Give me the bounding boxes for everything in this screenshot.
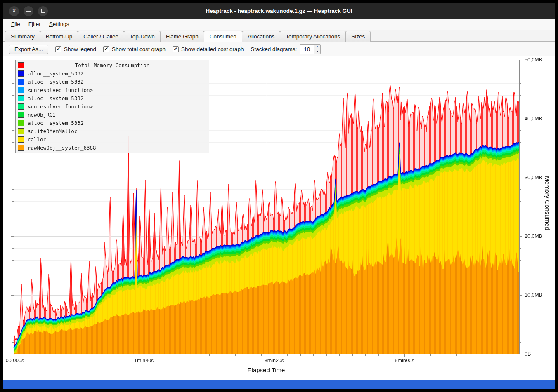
legend-label: calloc [28, 136, 46, 143]
menu-filter[interactable]: Filter [25, 20, 45, 28]
legend-item: alloc__system_5332 [16, 77, 209, 86]
y-axis-title: Memory Consumed [544, 176, 551, 230]
heaptrack-window: ✕ Heaptrack - heaptrack.wakunode.1.gz — … [0, 0, 558, 392]
toolbar: Export As... ✔Show legend✔Show total cos… [3, 42, 555, 56]
legend-item: rawNewObj__system_6388 [16, 143, 209, 152]
bottom-accent-bar [3, 380, 555, 389]
legend-swatch [18, 136, 24, 143]
legend-label: alloc__system_5332 [28, 95, 83, 101]
chevron-up-icon: ▲ [316, 45, 319, 48]
checkbox-label: Show total cost graph [112, 46, 166, 52]
legend-item: newObjRC1 [16, 110, 209, 119]
legend-swatch [18, 79, 24, 85]
legend-label: newObjRC1 [28, 112, 56, 118]
legend-swatch [18, 128, 24, 134]
close-icon: ✕ [12, 8, 16, 14]
tab-bottom-up[interactable]: Bottom-Up [40, 31, 78, 42]
legend-item: alloc__system_5332 [16, 119, 209, 127]
y-tick-label: 40,0MB [525, 116, 542, 122]
legend-swatch [18, 145, 24, 151]
y-tick-label: 20,0MB [525, 233, 542, 239]
checkbox-box[interactable]: ✔ [173, 46, 179, 52]
legend-swatch [18, 112, 24, 118]
window-frame: ✕ Heaptrack - heaptrack.wakunode.1.gz — … [3, 3, 555, 389]
chart-legend: Total Memory Consumptionalloc__system_53… [15, 60, 209, 153]
close-button[interactable]: ✕ [9, 6, 19, 16]
checkbox-label: Show detailed cost graph [181, 46, 244, 52]
legend-item: alloc__system_5332 [16, 94, 209, 102]
tabbar: SummaryBottom-UpCaller / CalleeTop-DownF… [3, 30, 555, 42]
spin-down-button[interactable]: ▼ [314, 49, 320, 54]
tab-sizes[interactable]: Sizes [345, 31, 371, 42]
legend-swatch [18, 62, 24, 68]
legend-item: <unresolved function> [16, 86, 209, 94]
x-tick-label: 3min20s [265, 358, 284, 364]
stacked-diagrams-label: Stacked diagrams: [251, 46, 297, 52]
tab-consumed[interactable]: Consumed [204, 31, 242, 42]
legend-swatch [18, 87, 24, 93]
stacked-diagrams-spinbox: 10 ▲ ▼ [300, 44, 321, 54]
legend-label: <unresolved function> [28, 87, 93, 93]
chart-area: Total Memory Consumptionalloc__system_53… [3, 56, 555, 380]
checkbox-box[interactable]: ✔ [103, 46, 109, 52]
legend-swatch [18, 70, 24, 77]
legend-title: Total Memory Consumption [28, 62, 197, 68]
minimize-icon [26, 11, 31, 12]
legend-title-row: Total Memory Consumption [16, 61, 209, 69]
legend-item: alloc__system_5332 [16, 69, 209, 77]
x-tick-label: 1min40s [134, 358, 154, 364]
legend-label: alloc__system_5332 [28, 79, 83, 85]
legend-item: calloc [16, 135, 209, 143]
chevron-down-icon: ▼ [316, 50, 319, 53]
stacked-diagrams-control: Stacked diagrams: 10 ▲ ▼ [251, 44, 321, 54]
window-title: Heaptrack - heaptrack.wakunode.1.gz — He… [3, 8, 555, 14]
checkbox-group: ✔Show legend✔Show total cost graph✔Show … [55, 46, 244, 52]
legend-label: rawNewObj__system_6388 [28, 145, 96, 151]
spin-up-button[interactable]: ▲ [314, 45, 320, 49]
export-as-button[interactable]: Export As... [9, 45, 48, 54]
x-tick-label: 00.000s [6, 358, 24, 364]
legend-item: <unresolved function> [16, 102, 209, 110]
titlebar: ✕ Heaptrack - heaptrack.wakunode.1.gz — … [3, 3, 555, 19]
checkbox-box[interactable]: ✔ [55, 46, 61, 52]
tab-allocations[interactable]: Allocations [242, 31, 280, 42]
window-controls: ✕ [9, 3, 48, 19]
maximize-icon [41, 9, 45, 13]
tab-temporary-allocations[interactable]: Temporary Allocations [280, 31, 346, 42]
legend-swatch [18, 120, 24, 126]
spin-arrows: ▲ ▼ [314, 45, 320, 54]
legend-swatch [18, 103, 24, 110]
tab-flame-graph[interactable]: Flame Graph [160, 31, 204, 42]
tab-caller-callee[interactable]: Caller / Callee [78, 31, 124, 42]
maximize-button[interactable] [38, 6, 48, 16]
y-tick-label: 30,0MB [525, 175, 542, 181]
checkbox-show-legend[interactable]: ✔Show legend [55, 46, 96, 52]
legend-swatch [18, 95, 24, 101]
checkbox-show-total-cost-graph[interactable]: ✔Show total cost graph [103, 46, 166, 52]
x-tick-label: 5min00s [395, 358, 414, 364]
checkbox-label: Show legend [64, 46, 96, 52]
y-tick-label: 0B [525, 351, 531, 357]
legend-item: sqlite3MemMalloc [16, 127, 209, 135]
legend-label: <unresolved function> [28, 103, 93, 110]
legend-label: sqlite3MemMalloc [28, 128, 77, 134]
stacked-diagrams-input[interactable]: 10 [300, 45, 314, 54]
legend-label: alloc__system_5332 [28, 120, 83, 126]
minimize-button[interactable] [24, 6, 33, 16]
y-tick-label: 10,0MB [525, 292, 542, 298]
checkbox-show-detailed-cost-graph[interactable]: ✔Show detailed cost graph [173, 46, 244, 52]
menu-file[interactable]: File [7, 20, 24, 28]
legend-label: alloc__system_5332 [28, 70, 83, 77]
tab-top-down[interactable]: Top-Down [124, 31, 161, 42]
menu-settings[interactable]: Settings [45, 20, 73, 28]
x-axis-title: Elapsed Time [248, 366, 285, 373]
menubar: FileFilterSettings [3, 19, 555, 30]
y-tick-label: 50,0MB [525, 57, 542, 63]
tab-summary[interactable]: Summary [5, 31, 40, 42]
